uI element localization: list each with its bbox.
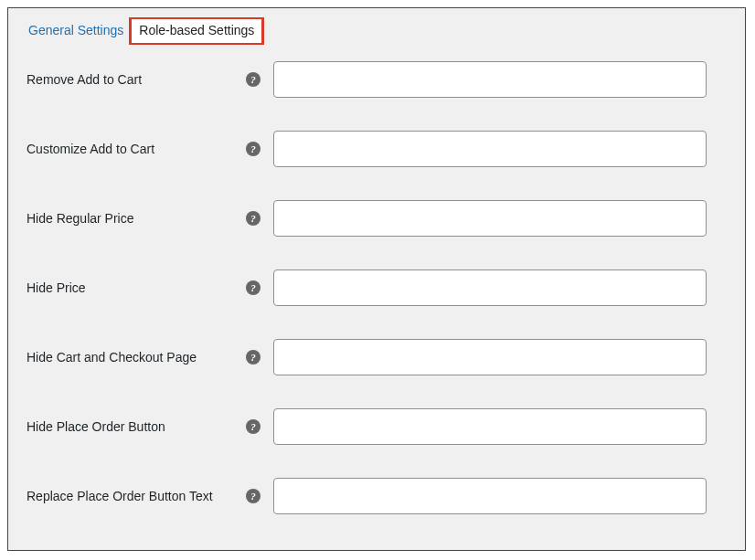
- setting-row-hide-regular-price: Hide Regular Price ?: [27, 200, 727, 237]
- replace-place-order-text-input[interactable]: [273, 478, 707, 514]
- setting-label: Replace Place Order Button Text: [27, 489, 246, 503]
- hide-regular-price-input[interactable]: [273, 200, 707, 237]
- hide-price-input[interactable]: [273, 269, 707, 306]
- setting-row-remove-add-to-cart: Remove Add to Cart ?: [27, 61, 727, 98]
- remove-add-to-cart-input[interactable]: [273, 61, 707, 98]
- hide-place-order-input[interactable]: [273, 408, 707, 445]
- help-icon[interactable]: ?: [246, 489, 261, 503]
- help-icon[interactable]: ?: [246, 211, 261, 226]
- setting-label: Remove Add to Cart: [27, 72, 246, 87]
- setting-label: Hide Price: [27, 280, 246, 295]
- settings-body: Remove Add to Cart ? Customize Add to Ca…: [8, 45, 745, 514]
- setting-row-hide-cart-checkout: Hide Cart and Checkout Page ?: [27, 339, 727, 375]
- help-icon[interactable]: ?: [246, 350, 261, 365]
- setting-label: Hide Regular Price: [27, 211, 246, 226]
- setting-label: Hide Place Order Button: [27, 419, 246, 434]
- help-icon[interactable]: ?: [246, 142, 261, 156]
- setting-label: Hide Cart and Checkout Page: [27, 350, 246, 365]
- settings-panel: General Settings Role-based Settings Rem…: [7, 7, 746, 551]
- setting-label: Customize Add to Cart: [27, 142, 246, 156]
- setting-row-hide-place-order: Hide Place Order Button ?: [27, 408, 727, 445]
- help-icon[interactable]: ?: [246, 72, 261, 87]
- tabs-bar: General Settings Role-based Settings: [8, 8, 745, 45]
- setting-row-replace-place-order-text: Replace Place Order Button Text ?: [27, 478, 727, 514]
- help-icon[interactable]: ?: [246, 419, 261, 434]
- hide-cart-checkout-input[interactable]: [273, 339, 707, 375]
- customize-add-to-cart-input[interactable]: [273, 131, 707, 167]
- setting-row-hide-price: Hide Price ?: [27, 269, 727, 306]
- setting-row-customize-add-to-cart: Customize Add to Cart ?: [27, 131, 727, 167]
- tab-role-based-settings[interactable]: Role-based Settings: [129, 17, 264, 45]
- tab-general-settings[interactable]: General Settings: [25, 21, 127, 41]
- help-icon[interactable]: ?: [246, 280, 261, 295]
